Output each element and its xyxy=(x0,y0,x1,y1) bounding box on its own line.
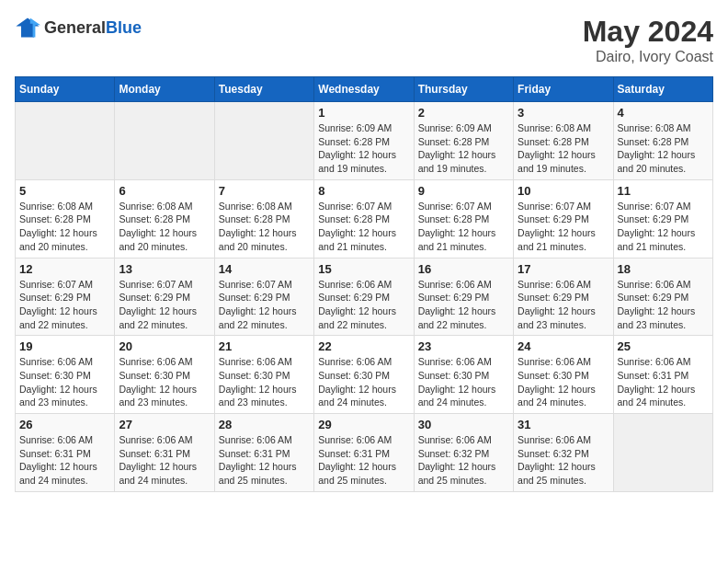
day-number: 10 xyxy=(518,184,609,198)
day-info: Sunrise: 6:07 AMSunset: 6:29 PMDaylight:… xyxy=(219,278,310,332)
calendar-day-cell: 10Sunrise: 6:07 AMSunset: 6:29 PMDayligh… xyxy=(514,179,613,258)
day-info: Sunrise: 6:07 AMSunset: 6:29 PMDaylight:… xyxy=(19,278,110,332)
day-number: 12 xyxy=(19,262,110,276)
day-number: 17 xyxy=(518,262,609,276)
calendar-day-cell: 4Sunrise: 6:08 AMSunset: 6:28 PMDaylight… xyxy=(613,102,712,180)
day-number: 24 xyxy=(518,339,609,353)
weekday-header-sunday: Sunday xyxy=(16,77,115,102)
day-info: Sunrise: 6:08 AMSunset: 6:28 PMDaylight:… xyxy=(518,121,609,176)
weekday-header-thursday: Thursday xyxy=(414,77,513,102)
day-number: 21 xyxy=(219,339,310,353)
calendar-week-row: 5Sunrise: 6:08 AMSunset: 6:28 PMDaylight… xyxy=(16,179,713,258)
day-number: 27 xyxy=(119,418,210,431)
day-number: 29 xyxy=(318,418,409,431)
weekday-header-tuesday: Tuesday xyxy=(214,77,313,102)
calendar-day-cell xyxy=(214,102,313,180)
calendar-day-cell: 20Sunrise: 6:06 AMSunset: 6:30 PMDayligh… xyxy=(115,336,214,414)
day-info: Sunrise: 6:08 AMSunset: 6:28 PMDaylight:… xyxy=(19,200,110,254)
calendar-day-cell: 16Sunrise: 6:06 AMSunset: 6:29 PMDayligh… xyxy=(414,258,513,336)
page-header: GeneralBlue May 2024 Dairo, Ivory Coast xyxy=(15,15,713,65)
weekday-header-row: SundayMondayTuesdayWednesdayThursdayFrid… xyxy=(16,77,713,102)
calendar-day-cell: 31Sunrise: 6:06 AMSunset: 6:32 PMDayligh… xyxy=(514,414,613,492)
day-info: Sunrise: 6:06 AMSunset: 6:31 PMDaylight:… xyxy=(618,355,709,409)
day-number: 15 xyxy=(318,262,409,276)
calendar-week-row: 12Sunrise: 6:07 AMSunset: 6:29 PMDayligh… xyxy=(16,258,713,336)
calendar-day-cell: 15Sunrise: 6:06 AMSunset: 6:29 PMDayligh… xyxy=(314,258,414,336)
calendar-day-cell: 27Sunrise: 6:06 AMSunset: 6:31 PMDayligh… xyxy=(115,414,214,492)
weekday-header-wednesday: Wednesday xyxy=(314,77,414,102)
day-info: Sunrise: 6:07 AMSunset: 6:29 PMDaylight:… xyxy=(119,278,210,332)
weekday-header-friday: Friday xyxy=(514,77,613,102)
logo-icon xyxy=(15,15,40,40)
calendar-day-cell: 5Sunrise: 6:08 AMSunset: 6:28 PMDaylight… xyxy=(16,179,115,258)
day-info: Sunrise: 6:07 AMSunset: 6:29 PMDaylight:… xyxy=(518,200,609,254)
day-info: Sunrise: 6:09 AMSunset: 6:28 PMDaylight:… xyxy=(418,121,509,176)
calendar-day-cell: 17Sunrise: 6:06 AMSunset: 6:29 PMDayligh… xyxy=(514,258,613,336)
day-info: Sunrise: 6:06 AMSunset: 6:29 PMDaylight:… xyxy=(418,278,509,332)
day-number: 4 xyxy=(618,106,709,120)
month-year-title: May 2024 xyxy=(583,15,713,49)
logo-blue-text: Blue xyxy=(106,18,142,37)
calendar-day-cell: 14Sunrise: 6:07 AMSunset: 6:29 PMDayligh… xyxy=(214,258,313,336)
calendar-day-cell: 30Sunrise: 6:06 AMSunset: 6:32 PMDayligh… xyxy=(414,414,513,492)
day-info: Sunrise: 6:07 AMSunset: 6:29 PMDaylight:… xyxy=(618,200,709,254)
day-number: 2 xyxy=(418,106,509,120)
day-info: Sunrise: 6:08 AMSunset: 6:28 PMDaylight:… xyxy=(219,200,310,254)
day-number: 23 xyxy=(418,339,509,353)
day-number: 22 xyxy=(318,339,409,353)
calendar-week-row: 1Sunrise: 6:09 AMSunset: 6:28 PMDaylight… xyxy=(16,102,713,180)
day-info: Sunrise: 6:06 AMSunset: 6:30 PMDaylight:… xyxy=(418,355,509,409)
svg-marker-0 xyxy=(16,18,39,38)
day-number: 13 xyxy=(119,262,210,276)
calendar-table: SundayMondayTuesdayWednesdayThursdayFrid… xyxy=(15,76,713,492)
calendar-day-cell: 11Sunrise: 6:07 AMSunset: 6:29 PMDayligh… xyxy=(613,179,712,258)
day-number: 19 xyxy=(19,339,110,353)
calendar-week-row: 26Sunrise: 6:06 AMSunset: 6:31 PMDayligh… xyxy=(16,414,713,492)
day-info: Sunrise: 6:06 AMSunset: 6:32 PMDaylight:… xyxy=(518,433,609,488)
calendar-day-cell: 23Sunrise: 6:06 AMSunset: 6:30 PMDayligh… xyxy=(414,336,513,414)
day-number: 14 xyxy=(219,262,310,276)
day-number: 25 xyxy=(618,339,709,353)
day-info: Sunrise: 6:06 AMSunset: 6:30 PMDaylight:… xyxy=(119,355,210,409)
calendar-day-cell: 3Sunrise: 6:08 AMSunset: 6:28 PMDaylight… xyxy=(514,102,613,180)
day-number: 9 xyxy=(418,184,509,198)
day-number: 7 xyxy=(219,184,310,198)
day-info: Sunrise: 6:09 AMSunset: 6:28 PMDaylight:… xyxy=(318,121,409,176)
calendar-day-cell xyxy=(16,102,115,180)
day-number: 16 xyxy=(418,262,509,276)
calendar-day-cell: 2Sunrise: 6:09 AMSunset: 6:28 PMDaylight… xyxy=(414,102,513,180)
day-info: Sunrise: 6:08 AMSunset: 6:28 PMDaylight:… xyxy=(618,121,709,176)
day-number: 31 xyxy=(518,418,609,431)
day-number: 30 xyxy=(418,418,509,431)
day-info: Sunrise: 6:06 AMSunset: 6:30 PMDaylight:… xyxy=(318,355,409,409)
day-number: 1 xyxy=(318,106,409,120)
logo: GeneralBlue xyxy=(15,15,142,40)
day-number: 11 xyxy=(618,184,709,198)
calendar-day-cell: 29Sunrise: 6:06 AMSunset: 6:31 PMDayligh… xyxy=(314,414,414,492)
title-area: May 2024 Dairo, Ivory Coast xyxy=(583,15,713,65)
day-number: 3 xyxy=(518,106,609,120)
day-number: 28 xyxy=(219,418,310,431)
calendar-day-cell: 6Sunrise: 6:08 AMSunset: 6:28 PMDaylight… xyxy=(115,179,214,258)
calendar-day-cell xyxy=(115,102,214,180)
calendar-day-cell: 8Sunrise: 6:07 AMSunset: 6:28 PMDaylight… xyxy=(314,179,414,258)
day-number: 18 xyxy=(618,262,709,276)
day-info: Sunrise: 6:07 AMSunset: 6:28 PMDaylight:… xyxy=(418,200,509,254)
day-info: Sunrise: 6:06 AMSunset: 6:31 PMDaylight:… xyxy=(318,433,409,488)
calendar-day-cell: 12Sunrise: 6:07 AMSunset: 6:29 PMDayligh… xyxy=(16,258,115,336)
calendar-day-cell: 24Sunrise: 6:06 AMSunset: 6:30 PMDayligh… xyxy=(514,336,613,414)
day-info: Sunrise: 6:06 AMSunset: 6:29 PMDaylight:… xyxy=(618,278,709,332)
day-info: Sunrise: 6:08 AMSunset: 6:28 PMDaylight:… xyxy=(119,200,210,254)
day-info: Sunrise: 6:06 AMSunset: 6:29 PMDaylight:… xyxy=(318,278,409,332)
day-number: 5 xyxy=(19,184,110,198)
weekday-header-monday: Monday xyxy=(115,77,214,102)
day-info: Sunrise: 6:06 AMSunset: 6:30 PMDaylight:… xyxy=(219,355,310,409)
day-number: 8 xyxy=(318,184,409,198)
calendar-day-cell: 26Sunrise: 6:06 AMSunset: 6:31 PMDayligh… xyxy=(16,414,115,492)
day-info: Sunrise: 6:06 AMSunset: 6:29 PMDaylight:… xyxy=(518,278,609,332)
weekday-header-saturday: Saturday xyxy=(613,77,712,102)
day-info: Sunrise: 6:07 AMSunset: 6:28 PMDaylight:… xyxy=(318,200,409,254)
calendar-day-cell xyxy=(613,414,712,492)
calendar-week-row: 19Sunrise: 6:06 AMSunset: 6:30 PMDayligh… xyxy=(16,336,713,414)
calendar-day-cell: 28Sunrise: 6:06 AMSunset: 6:31 PMDayligh… xyxy=(214,414,313,492)
